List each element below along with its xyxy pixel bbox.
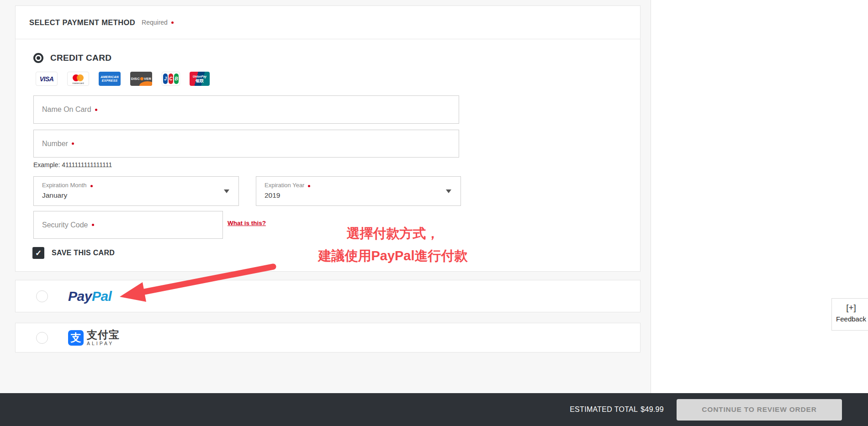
feedback-expand-icon: [+]: [832, 303, 868, 313]
expiration-year-label: Expiration Year: [265, 182, 452, 189]
feedback-widget[interactable]: [+] Feedback: [831, 298, 868, 331]
visa-card-icon: VISA: [36, 72, 58, 86]
alipay-square-icon: 支: [68, 330, 84, 346]
required-dot-icon: [90, 185, 93, 187]
alipay-name-en: ALIPAY: [87, 341, 120, 346]
payment-method-header: SELECT PAYMENT METHOD Required: [16, 6, 640, 39]
continue-to-review-order-button[interactable]: CONTINUE TO REVIEW ORDER: [677, 399, 842, 421]
required-dot-icon: [72, 142, 74, 145]
annotation-text: 選擇付款方式， 建議使用PayPal進行付款: [315, 222, 471, 267]
name-on-card-field[interactable]: Name On Card: [33, 95, 459, 124]
estimated-total-value: $49.99: [640, 405, 664, 414]
checkout-footer-bar: ESTIMATED TOTAL $49.99 CONTINUE TO REVIE…: [0, 393, 868, 426]
unionpay-card-icon: UnionPay 银联: [190, 72, 210, 86]
paypal-panel[interactable]: PayPal: [15, 280, 640, 312]
required-dot-icon: [95, 109, 97, 111]
name-on-card-label: Name On Card: [42, 105, 91, 114]
card-number-field[interactable]: Number: [33, 130, 459, 158]
red-arrow-icon: [114, 258, 283, 308]
security-code-help-link[interactable]: What is this?: [228, 220, 266, 226]
payment-method-title: SELECT PAYMENT METHOD: [29, 18, 135, 27]
annotation-line1: 選擇付款方式，: [315, 222, 471, 245]
alipay-name-cn: 支付宝: [87, 330, 120, 340]
expiration-month-value: January: [42, 191, 230, 200]
jcb-card-icon: J C B: [162, 72, 180, 86]
required-label: Required: [142, 19, 168, 26]
save-card-option[interactable]: ✓ SAVE THIS CARD: [32, 247, 115, 259]
credit-card-label: CREDIT CARD: [50, 53, 111, 63]
card-number-example: Example: 4111111111111111: [33, 161, 112, 168]
estimated-total-label: ESTIMATED TOTAL: [570, 405, 638, 414]
annotation-line2: 建議使用PayPal進行付款: [315, 245, 471, 267]
required-dot-icon: [171, 21, 174, 24]
required-dot-icon: [92, 224, 94, 226]
chevron-down-icon: [446, 189, 451, 193]
expiration-month-select[interactable]: Expiration Month January: [33, 176, 239, 206]
amex-card-icon: AMERICAN EXPRESS: [99, 72, 121, 86]
card-brand-icons: VISA mastercard AMERICAN EXPRESS DISCVER…: [36, 72, 210, 86]
discover-o-icon: [140, 77, 143, 80]
expiration-year-value: 2019: [265, 191, 452, 200]
estimated-total: ESTIMATED TOTAL $49.99: [570, 405, 664, 414]
mastercard-card-icon: mastercard: [67, 72, 89, 86]
required-dot-icon: [308, 185, 310, 187]
alipay-panel[interactable]: 支 支付宝 ALIPAY: [15, 323, 640, 352]
chevron-down-icon: [224, 189, 229, 193]
security-code-label: Security Code: [42, 221, 88, 229]
paypal-logo: PayPal: [68, 289, 111, 304]
alipay-radio-unselected[interactable]: [36, 332, 48, 344]
expiration-year-select[interactable]: Expiration Year 2019: [256, 176, 461, 206]
paypal-radio-unselected[interactable]: [36, 290, 48, 302]
mastercard-circles-icon: [73, 74, 84, 81]
discover-card-icon: DISCVER: [130, 72, 152, 86]
feedback-label: Feedback: [832, 315, 868, 323]
save-card-checkbox-checked[interactable]: ✓: [32, 247, 44, 259]
vertical-divider: [651, 0, 651, 393]
expiration-month-label: Expiration Month: [42, 182, 230, 189]
alipay-logo: 支 支付宝 ALIPAY: [68, 330, 120, 346]
credit-card-radio-selected[interactable]: [33, 53, 43, 63]
card-number-label: Number: [42, 140, 68, 148]
right-background-panel: [651, 0, 868, 393]
credit-card-option[interactable]: CREDIT CARD: [33, 53, 111, 63]
security-code-field[interactable]: Security Code: [33, 211, 223, 239]
save-card-label: SAVE THIS CARD: [52, 249, 115, 257]
